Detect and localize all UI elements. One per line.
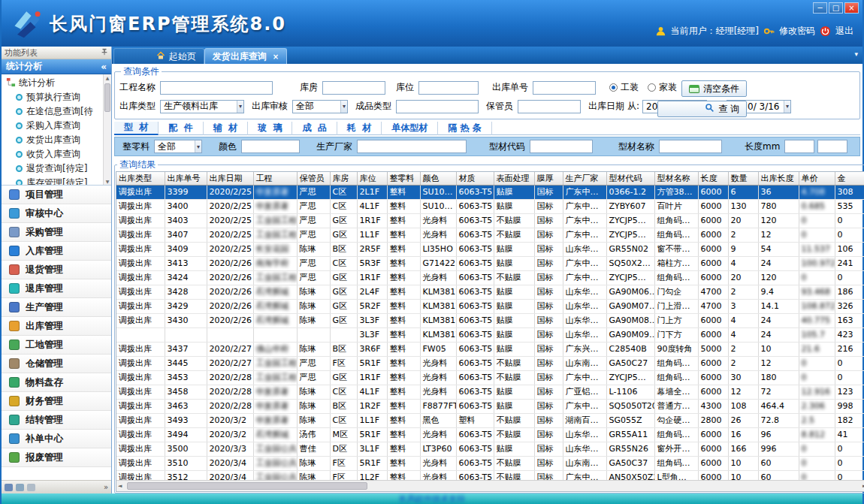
tree-item[interactable]: 发货出库查询 bbox=[6, 133, 102, 147]
scroll-down-icon[interactable]: ▼ bbox=[104, 179, 111, 184]
sidebar-module[interactable]: 报废管理 bbox=[2, 448, 111, 467]
tab-list-dropdown-icon[interactable]: ▾ bbox=[854, 50, 858, 58]
sidebar-module[interactable]: 审核中心 bbox=[2, 204, 111, 223]
tab-shipment-query[interactable]: 发货出库查询 × bbox=[204, 48, 287, 64]
column-header[interactable]: 库房 bbox=[330, 172, 357, 185]
logout-link[interactable]: 退出 bbox=[835, 25, 853, 38]
column-header[interactable]: 出库长度 bbox=[758, 172, 799, 185]
column-header[interactable]: 工程 bbox=[253, 172, 297, 185]
footer-link[interactable]: 长风软件技术支持 bbox=[399, 493, 465, 504]
column-header[interactable]: 长度 bbox=[698, 172, 728, 185]
table-row[interactable]: 调拨出库34942020/3/2石湾辉城汤伟M区5R1F整料光身料6063-T5… bbox=[116, 427, 864, 442]
column-header[interactable]: 整零料 bbox=[387, 172, 420, 185]
sidebar-module[interactable]: 结转管理 bbox=[2, 411, 111, 430]
search-button[interactable]: 查 询 bbox=[657, 101, 747, 117]
tree-item[interactable]: 收货入库查询 bbox=[6, 147, 102, 161]
close-button[interactable]: × bbox=[844, 2, 859, 14]
table-row[interactable]: 调拨出库34072020/2/25工业园工程严思G区1L1F整料光身料6063-… bbox=[116, 228, 864, 242]
table-row[interactable]: 调拨出库35002020/3/3工业园公共工程曹佳D区3L1F整料LT3P606… bbox=[116, 442, 864, 456]
sidebar-module[interactable]: 入库管理 bbox=[2, 242, 111, 261]
sidebar-module[interactable]: 仓储管理 bbox=[2, 355, 111, 373]
profile-name-input[interactable] bbox=[659, 140, 722, 153]
sidebar-module[interactable]: 退库管理 bbox=[2, 279, 111, 298]
table-row[interactable]: 调拨出库34372020/2/27佛山华府陈琳B区3R6F整料FW056063-… bbox=[116, 342, 864, 356]
column-header[interactable]: 出库日期 bbox=[207, 172, 253, 185]
tree-item[interactable]: 采购入库查询 bbox=[6, 119, 102, 133]
column-header[interactable]: 生产厂家 bbox=[563, 172, 606, 185]
change-password-link[interactable]: 修改密码 bbox=[779, 25, 815, 38]
table-row[interactable]: 调拨出库34032020/2/25工业园工程严思G区1R1F整料光身料6063-… bbox=[116, 213, 864, 228]
audit-select[interactable]: 全部 ▾ bbox=[292, 100, 348, 113]
whole-part-select[interactable]: 全部 ▾ bbox=[154, 140, 202, 153]
sidebar-module[interactable]: 项目管理 bbox=[2, 186, 111, 204]
column-header[interactable]: 库位 bbox=[357, 172, 387, 185]
material-tab[interactable]: 玻 璃 bbox=[248, 122, 292, 135]
product-type-input[interactable] bbox=[396, 100, 479, 113]
column-header[interactable]: 单价 bbox=[799, 172, 835, 185]
column-header[interactable]: 型材代码 bbox=[606, 172, 654, 185]
table-row[interactable]: 调拨出库33992020/2/25华发原著严思C区2L1F整料SU10…6063… bbox=[116, 185, 864, 199]
table-row[interactable]: 调拨出库35102020/3/4工业园公共工程陈琳F区5R1F整料光身料6063… bbox=[116, 456, 864, 470]
order-no-input[interactable] bbox=[533, 81, 596, 95]
table-row[interactable]: 调拨出库34932020/3/2华发原著陈琳C区1L1F整料黑色塑料不贴膜国标湖… bbox=[116, 413, 864, 427]
tree-scrollbar[interactable]: ▲ ▼ bbox=[103, 74, 111, 185]
table-row[interactable]: 调拨出库34132020/2/26南海学府严思C区5R3F整料G71422606… bbox=[116, 256, 864, 270]
material-tab[interactable]: 配 件 bbox=[159, 122, 203, 135]
column-header[interactable]: 材质 bbox=[456, 172, 494, 185]
column-header[interactable]: 出库单号 bbox=[165, 172, 207, 185]
table-row[interactable]: 调拨出库34302020/2/26石湾辉城陈琳G区3L3F整料KLM381760… bbox=[116, 313, 864, 327]
tree-root-statistics[interactable]: 统计分析 bbox=[6, 76, 102, 90]
sidebar-module[interactable]: 工地管理 bbox=[2, 336, 111, 355]
footer-panel-icon-1[interactable] bbox=[5, 484, 13, 491]
length-max-input[interactable] bbox=[817, 140, 847, 153]
sidebar-module[interactable]: 补单中心 bbox=[2, 430, 111, 448]
scrollbar-thumb[interactable] bbox=[104, 83, 110, 112]
column-header[interactable]: 膜厚 bbox=[534, 172, 563, 185]
table-row[interactable]: 调拨出库34092020/2/25长安花园陈琳B区2R5F整料LI35HO606… bbox=[116, 242, 864, 256]
table-row[interactable]: 调拨出库34582020/2/28华发原著陈琳C区4L1F整料光身料6063-T… bbox=[116, 385, 864, 399]
column-header[interactable]: 型材名称 bbox=[654, 172, 698, 185]
column-header[interactable]: 金 bbox=[835, 172, 864, 185]
tree-item[interactable]: 预算执行查询 bbox=[6, 90, 102, 104]
table-row[interactable]: 调拨出库34532020/2/28工业园工程严思G区1R1F整料光身料6063-… bbox=[116, 370, 864, 385]
location-input[interactable] bbox=[418, 81, 479, 95]
material-tab[interactable]: 辅 材 bbox=[204, 122, 248, 135]
profile-code-input[interactable] bbox=[530, 140, 593, 153]
sidebar-module[interactable]: 生产管理 bbox=[2, 298, 111, 317]
sidebar-module[interactable]: 物料盘存 bbox=[2, 373, 111, 392]
color-input[interactable] bbox=[241, 140, 300, 153]
sidebar-module[interactable]: 采购管理 bbox=[2, 223, 111, 242]
footer-panel-icon-3[interactable] bbox=[27, 484, 35, 491]
scroll-up-icon[interactable]: ▲ bbox=[104, 75, 111, 80]
tab-home[interactable]: 起始页 bbox=[113, 48, 204, 64]
tab-close-icon[interactable]: × bbox=[273, 53, 279, 61]
radio-home[interactable] bbox=[648, 83, 656, 92]
scroll-left-icon[interactable]: ◄ bbox=[118, 483, 122, 489]
project-name-input[interactable] bbox=[160, 81, 273, 95]
out-type-select[interactable]: 生产领料出库 ▾ bbox=[160, 100, 244, 113]
sidebar-module[interactable]: 退货管理 bbox=[2, 261, 111, 279]
pin-icon[interactable] bbox=[101, 48, 108, 58]
length-min-input[interactable] bbox=[784, 140, 814, 153]
tree-item[interactable]: 退货查询[待定] bbox=[6, 161, 102, 176]
column-header[interactable]: 出库类型 bbox=[116, 172, 165, 185]
warehouse-input[interactable] bbox=[322, 81, 385, 95]
column-header[interactable]: 数量 bbox=[728, 172, 758, 185]
table-row[interactable]: 3L3F整料KLM38176063-T5贴膜国标山东华…GA90M09…门下方6… bbox=[116, 327, 864, 342]
collapse-left-icon[interactable]: « bbox=[101, 62, 107, 72]
material-tab[interactable]: 隔 热 条 bbox=[438, 122, 491, 135]
tree-item[interactable]: 库存管理[待定] bbox=[6, 176, 102, 186]
table-row[interactable]: 调拨出库34632020/2/28华发原著陈琳B区1R2F整料F8877FT60… bbox=[116, 399, 864, 413]
table-row[interactable]: 调拨出库34282020/2/26石湾辉城陈琳G区2L4F整料KLM381760… bbox=[116, 285, 864, 299]
table-row[interactable]: 调拨出库35122020/3/4工业园公共工程陈琳F区1L2F整料光身料6063… bbox=[116, 470, 864, 480]
maximize-button[interactable]: □ bbox=[829, 2, 843, 14]
column-header[interactable]: 保管员 bbox=[297, 172, 330, 185]
radio-industrial[interactable] bbox=[609, 83, 618, 92]
footer-panel-icon-2[interactable] bbox=[16, 484, 24, 491]
table-row[interactable]: 调拨出库34002020/2/25华发原著严思C区4L1F整料SU10…6063… bbox=[116, 199, 864, 213]
table-row[interactable]: 调拨出库34452020/2/27工业园工程严思F区5R1F整料光身料6063-… bbox=[116, 356, 864, 370]
footer-expand-icon[interactable]: » bbox=[104, 483, 108, 491]
keeper-input[interactable] bbox=[518, 100, 581, 113]
manufacturer-input[interactable] bbox=[357, 140, 467, 153]
material-tab[interactable]: 成 品 bbox=[292, 122, 337, 135]
